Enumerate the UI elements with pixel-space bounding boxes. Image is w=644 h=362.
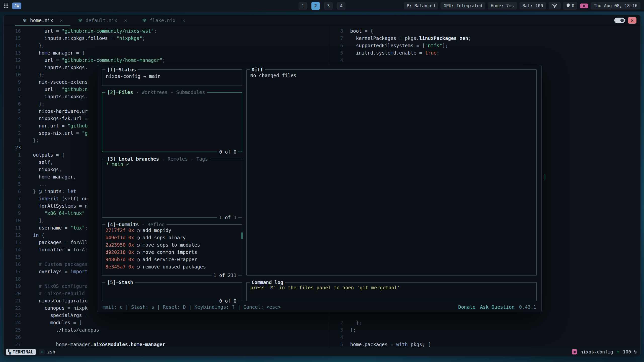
code-line: 24 modules = [ <box>4 319 329 326</box>
tab-flake.nix[interactable]: ❄flake.nix× <box>135 15 193 26</box>
panel-title: Diff <box>252 66 263 73</box>
security-shield-badge[interactable]: 0 <box>563 2 577 10</box>
tab-close-icon[interactable]: × <box>60 17 63 23</box>
shell-prompt-icon: › <box>39 349 45 355</box>
link-donate[interactable]: Donate <box>458 304 475 310</box>
session-name: nixos-config <box>580 349 613 354</box>
panel-title: Files <box>119 89 133 96</box>
commit-row[interactable]: 9486b7d0x○add service-wrapper <box>105 256 242 263</box>
workspace-button-4[interactable]: 4 <box>337 2 345 10</box>
lazygit-files-panel[interactable]: [2]─Files - Worktrees - Submodules 0 of … <box>102 92 242 152</box>
commit-message: add sops binary <box>142 234 186 241</box>
floating-pane-scroll-indicator[interactable] <box>545 174 545 180</box>
commit-node: ○ <box>137 234 140 241</box>
workspace-switcher: 1234 <box>299 2 345 10</box>
panel-title: Local branches <box>119 156 159 162</box>
topbar-status-badges: P: BalancedGPU: IntegratedHome: 7msBat: … <box>404 2 546 10</box>
panel-key: [4] <box>107 221 116 228</box>
terminal-window: ❄home.nix×❄default.nix×❄flake.nix× × 16 … <box>3 15 641 356</box>
branches-count: 1 of 1 <box>217 214 238 221</box>
window-close-button[interactable]: × <box>628 17 636 24</box>
lazygit-stash-panel[interactable]: [5]─Stash 0 of 0 <box>102 282 242 301</box>
tab-label: home.nix <box>30 18 53 23</box>
workspace-button-3[interactable]: 3 <box>324 2 333 10</box>
commit-node: ○ <box>137 256 140 263</box>
commit-author: 0x <box>128 263 134 270</box>
shell-tab-label: zsh <box>47 349 55 354</box>
layout-list-icon[interactable]: ≡ <box>616 349 620 355</box>
status-badge: Home: 7ms <box>488 2 517 10</box>
tab-close-icon[interactable]: × <box>182 17 185 23</box>
status-badge: Bat: 100 <box>519 2 546 10</box>
commit-hash: b49ef1d <box>105 234 126 241</box>
code-line <box>329 312 640 319</box>
commit-message: add service-wrapper <box>142 256 197 263</box>
diff-content: No changed files <box>247 70 536 78</box>
tab-home.nix[interactable]: ❄home.nix× <box>15 15 70 26</box>
commit-author: 0x <box>128 234 134 241</box>
nix-snowflake-icon: ❄ <box>142 17 146 23</box>
clock[interactable]: Thu Aug 08, 18:16 <box>591 2 640 10</box>
zellij-mode-badge[interactable]: ▚ TERMINAL <box>6 349 36 355</box>
link-ask-question[interactable]: Ask Question <box>480 304 514 310</box>
commit-hash: 2717f2f <box>105 227 126 234</box>
commit-row[interactable]: 2a239500x○move sops to modules <box>105 241 242 249</box>
panel-key: [5] <box>107 279 116 286</box>
shield-icon <box>566 3 570 9</box>
apps-grid-icon[interactable] <box>4 3 9 8</box>
code-line: 8boot = { <box>329 27 640 35</box>
commit-node: ○ <box>137 227 140 234</box>
command-log-content: press 'M' in the files panel to open 'gi… <box>247 283 536 290</box>
session-icon <box>572 349 577 354</box>
status-badge: P: Balanced <box>404 2 438 10</box>
terminal-status-bar: ▚ TERMINAL › zsh nixos-config ≡ 100 % <box>4 348 640 356</box>
commit-hash: d920218 <box>105 249 126 256</box>
tab-default.nix[interactable]: ❄default.nix× <box>70 15 135 26</box>
tab-label: default.nix <box>86 18 117 23</box>
display-color-badge[interactable] <box>580 4 588 8</box>
commit-row[interactable]: 2717f2f0x○add mopidy <box>105 227 242 234</box>
lazygit-branches-panel[interactable]: [3]─Local branches - Remotes - Tags * ma… <box>102 159 242 218</box>
panel-title: Stash <box>119 279 133 286</box>
lazygit-commits-panel[interactable]: [4]─Commits - Reflog 2717f2f0x○add mopid… <box>102 224 242 276</box>
commit-row[interactable]: d9202180x○move common imports <box>105 249 242 256</box>
commits-list: 2717f2f0x○add mopidyb49ef1d0x○add sops b… <box>102 225 242 270</box>
code-line: 5 initrd.systemd.enable = true; <box>329 49 640 57</box>
wifi-icon[interactable] <box>549 2 561 10</box>
panel-title: Command log <box>252 279 283 286</box>
code-line: 16 url = "github:nix-community/nixos-wsl… <box>4 27 329 35</box>
commit-row[interactable]: b49ef1d0x○add sops binary <box>105 234 242 241</box>
code-line: 14 }; <box>4 42 329 49</box>
commit-author: 0x <box>128 249 134 256</box>
workspace-button-2[interactable]: 2 <box>311 2 320 10</box>
panel-title: Commits <box>119 221 139 228</box>
keybindings-text: mmit: c | Stash: s | Reset: D | Keybindi… <box>102 304 281 310</box>
commit-hash: 8e345a7 <box>105 263 126 270</box>
files-count: 0 of 0 <box>217 149 238 155</box>
nix-snowflake-icon: ❄ <box>78 17 82 23</box>
lazygit-command-log-panel[interactable]: Command log press 'M' in the files panel… <box>246 282 537 301</box>
tab-close-icon[interactable]: × <box>124 17 127 23</box>
lazygit-keybindings-bar: mmit: c | Stash: s | Reset: D | Keybindi… <box>102 301 537 310</box>
code-line: 3}; <box>329 326 640 334</box>
window-pin-toggle[interactable] <box>614 18 625 23</box>
commit-author: 0x <box>128 241 134 249</box>
code-line: 5home.packages = with pkgs; [ <box>329 341 640 348</box>
commits-scrollbar[interactable] <box>242 232 243 239</box>
user-badge[interactable]: JW <box>12 3 21 9</box>
panel-key: [3] <box>107 156 116 162</box>
commit-node: ○ <box>137 241 140 249</box>
lazygit-diff-panel[interactable]: Diff No changed files <box>246 69 537 276</box>
workspace-button-1[interactable]: 1 <box>299 2 307 10</box>
shell-tab[interactable]: › zsh <box>39 349 55 355</box>
code-line: 25 ./hosts/canopus <box>4 326 329 334</box>
panel-key: [2] <box>107 89 116 96</box>
code-line: 12 url = "github:nix-community/home-mana… <box>4 57 329 64</box>
stash-count: 0 of 0 <box>217 298 238 304</box>
commit-hash: 9486b7d <box>105 256 126 263</box>
code-line: 4 <box>329 334 640 341</box>
code-line: 15 inputs.nixpkgs.follows = "nixpkgs"; <box>4 35 329 42</box>
commit-row[interactable]: 8e345a70x○remove unused packages <box>105 263 242 270</box>
lazygit-status-panel[interactable]: [1]─Status nixos-config → main <box>102 69 242 85</box>
commit-node: ○ <box>137 249 140 256</box>
